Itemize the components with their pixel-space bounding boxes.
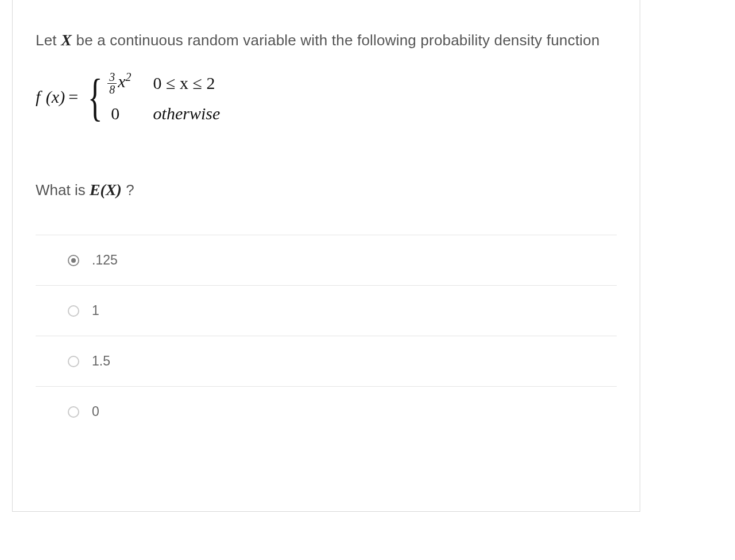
case2-expression: 0 (107, 104, 131, 123)
prompt-variable: X (61, 31, 72, 49)
case1-x: x (118, 72, 125, 91)
frac-denominator: 8 (107, 84, 117, 96)
fraction-3-8: 3 8 (107, 71, 117, 96)
answer-option[interactable]: .125 (36, 235, 617, 286)
radio-button[interactable] (68, 356, 79, 367)
left-brace: { (88, 74, 103, 120)
question-prompt: Let X be a continuous random variable wi… (36, 26, 617, 55)
prompt-pre: Let (36, 32, 61, 49)
pdf-formula: f (x) = { 3 8 x2 0 ≤ x ≤ 2 0 otherwise (36, 71, 617, 123)
question-expression: E(X) (90, 181, 122, 199)
frac-numerator: 3 (107, 71, 117, 84)
answer-options: .125 1 1.5 0 (36, 235, 617, 437)
lhs-f: f (36, 87, 40, 106)
question-card: Let X be a continuous random variable wi… (12, 0, 640, 512)
option-label: 1 (92, 303, 99, 318)
case2-condition: otherwise (153, 104, 220, 123)
radio-button[interactable] (68, 255, 79, 266)
option-label: 1.5 (92, 353, 110, 369)
question-pre: What is (36, 181, 90, 199)
radio-button[interactable] (68, 305, 79, 317)
equals-sign: = (68, 87, 78, 107)
question-post: ? (122, 181, 134, 199)
answer-option[interactable]: 1.5 (36, 336, 617, 387)
formula-lhs: f (x) (36, 87, 65, 107)
lhs-x: (x) (46, 87, 65, 106)
piecewise-cases: 3 8 x2 0 ≤ x ≤ 2 0 otherwise (107, 71, 220, 123)
case1-expression: 3 8 x2 (107, 71, 131, 96)
prompt-post: be a continuous random variable with the… (72, 32, 599, 49)
question-text: What is E(X) ? (36, 181, 617, 199)
option-label: .125 (92, 252, 118, 268)
answer-option[interactable]: 0 (36, 387, 617, 437)
answer-option[interactable]: 1 (36, 286, 617, 336)
radio-button[interactable] (68, 406, 79, 418)
option-label: 0 (92, 404, 99, 419)
case1-condition: 0 ≤ x ≤ 2 (153, 73, 220, 93)
case1-exponent: 2 (126, 71, 131, 83)
